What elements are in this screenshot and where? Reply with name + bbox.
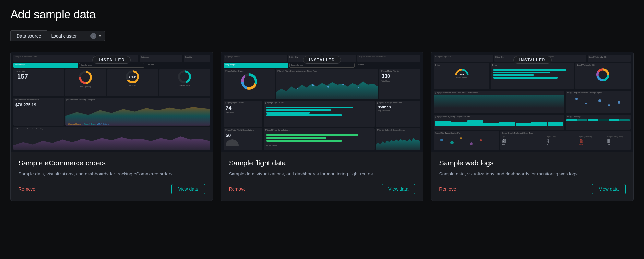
card-ecommerce-desc: Sample data, visualizations, and dashboa… <box>18 171 205 177</box>
tab-datasource[interactable]: Data source <box>10 30 47 41</box>
card-weblogs-title: Sample web logs <box>439 159 626 167</box>
card-flights-desc: Sample data, visualizations, and dashboa… <box>229 171 415 177</box>
card-flights-actions: Remove View data <box>229 184 415 194</box>
toolbar: Data source Local cluster × ▾ <box>10 30 634 41</box>
installed-badge-ecommerce: INSTALLED <box>92 56 131 64</box>
view-data-button-ecommerce[interactable]: View data <box>171 184 205 194</box>
card-weblogs-desc: Sample data, visualizations, and dashboa… <box>439 171 626 177</box>
card-ecommerce-body: Sample eCommerce orders Sample data, vis… <box>11 152 213 201</box>
cards-grid: INSTALLED Sample eCommerce Data Manufact… <box>10 52 634 201</box>
page-title: Add sample data <box>10 8 634 21</box>
card-weblogs-preview: INSTALLED Sample Logs Data Origin City [… <box>431 52 633 152</box>
clear-icon[interactable]: × <box>90 33 96 39</box>
card-weblogs-body: Sample web logs Sample data, visualizati… <box>431 152 633 201</box>
card-ecommerce-preview: INSTALLED Sample eCommerce Data Manufact… <box>11 52 213 152</box>
card-weblogs-actions: Remove View data <box>439 184 626 194</box>
installed-badge-weblogs: INSTALLED <box>513 56 552 64</box>
view-data-button-flights[interactable]: View data <box>382 184 415 194</box>
installed-badge-flights: INSTALLED <box>303 56 341 64</box>
card-ecommerce-title: Sample eCommerce orders <box>18 159 205 167</box>
cluster-select[interactable]: Local cluster × ▾ <box>47 31 105 41</box>
remove-button-flights[interactable]: Remove <box>229 186 246 192</box>
card-flights-preview: INSTALLED [Flights] Controls Origin City… <box>221 52 423 152</box>
card-flights: INSTALLED [Flights] Controls Origin City… <box>221 52 423 201</box>
remove-button-ecommerce[interactable]: Remove <box>18 186 35 192</box>
card-flights-body: Sample flight data Sample data, visualiz… <box>221 152 423 201</box>
chevron-down-icon[interactable]: ▾ <box>99 34 101 38</box>
view-data-button-weblogs[interactable]: View data <box>592 184 626 194</box>
card-ecommerce: INSTALLED Sample eCommerce Data Manufact… <box>10 52 213 201</box>
card-flights-title: Sample flight data <box>229 159 415 167</box>
card-ecommerce-actions: Remove View data <box>18 184 205 194</box>
card-weblogs: INSTALLED Sample Logs Data Origin City [… <box>431 52 634 201</box>
remove-button-weblogs[interactable]: Remove <box>439 186 456 192</box>
cluster-label: Local cluster <box>51 33 88 39</box>
